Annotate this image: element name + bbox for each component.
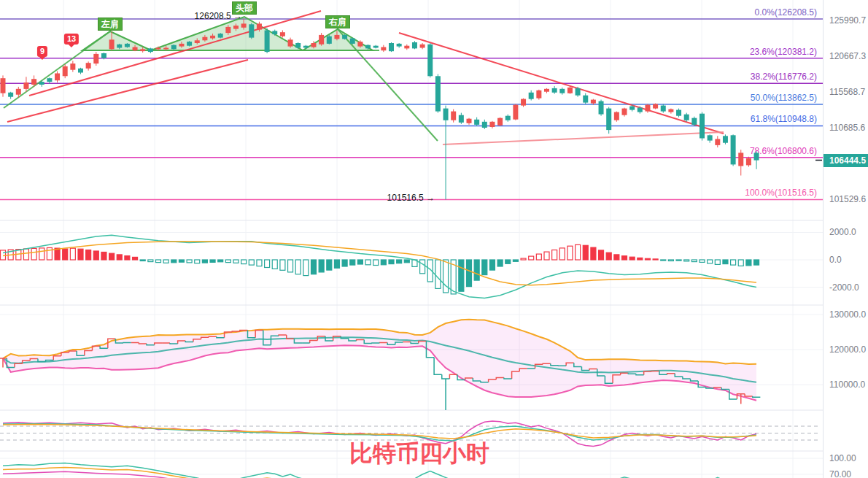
svg-text:50.0%(113862.5): 50.0%(113862.5): [751, 93, 817, 103]
axis-tick-label: -2000.0: [829, 282, 859, 293]
head-badge: 头部: [232, 1, 257, 15]
symbol-watermark: 比特币四小时: [349, 438, 489, 470]
axis-tick-label: 120667.3: [829, 51, 866, 61]
svg-text:61.8%(110948.8): 61.8%(110948.8): [751, 114, 817, 124]
svg-text:23.6%(120381.2): 23.6%(120381.2): [750, 47, 817, 57]
axis-tick-label: 110000.0: [829, 379, 865, 390]
svg-text:0.0%(126208.5): 0.0%(126208.5): [755, 7, 817, 18]
chart-window: 0.0%(126208.5)23.6%(120381.2)38.2%(11677…: [0, 0, 868, 478]
price-axis[interactable]: 106444.5 125990.7120667.3115568.7110685.…: [823, 0, 868, 478]
low-price-label: 101516.5 →: [387, 193, 435, 203]
bollinger-panel: [0, 320, 760, 415]
current-price-badge: 106444.5: [824, 154, 868, 167]
trendline-green-uptrend: [4, 31, 110, 108]
axis-tick-label: 2000.0: [829, 227, 856, 237]
rsi-line-slow: [3, 425, 756, 439]
left-shoulder-badge: 左肩: [98, 18, 123, 31]
axis-tick-label: 0.0: [829, 255, 842, 265]
svg-text:78.6%(106800.6): 78.6%(106800.6): [750, 146, 817, 156]
axis-tick-label: 110685.6: [829, 123, 865, 133]
axis-tick-label: 130000.0: [829, 309, 866, 320]
axis-tick-label: 101529.6: [829, 194, 866, 204]
head-and-shoulders-pattern[interactable]: [4, 11, 724, 144]
axis-tick-label: 100.00: [829, 453, 856, 463]
axis-tick-label: 70.00: [829, 469, 851, 478]
axis-tick-label: 120000.0: [829, 344, 866, 355]
macd-histogram: [1, 244, 759, 294]
candlestick-series: [1, 19, 759, 199]
svg-text:100.0%(101516.5): 100.0%(101516.5): [745, 188, 817, 198]
right-shoulder-badge: 右肩: [325, 15, 350, 28]
macd-panel: [1, 235, 759, 298]
lower-line-j: [3, 471, 756, 478]
svg-text:38.2%(116776.2): 38.2%(116776.2): [751, 72, 817, 82]
chart-canvas[interactable]: 0.0%(126208.5)23.6%(120381.2)38.2%(11677…: [0, 0, 868, 478]
macd-dif-line: [3, 235, 756, 298]
td-count-13-badge: 13: [64, 34, 79, 45]
axis-tick-label: 115568.7: [829, 87, 865, 97]
macd-dea-line: [3, 242, 756, 285]
axis-tick-label: 125990.7: [829, 15, 866, 26]
trendline-red-wedge-low: [443, 132, 724, 144]
td-count-9-badge: 9: [37, 46, 47, 57]
